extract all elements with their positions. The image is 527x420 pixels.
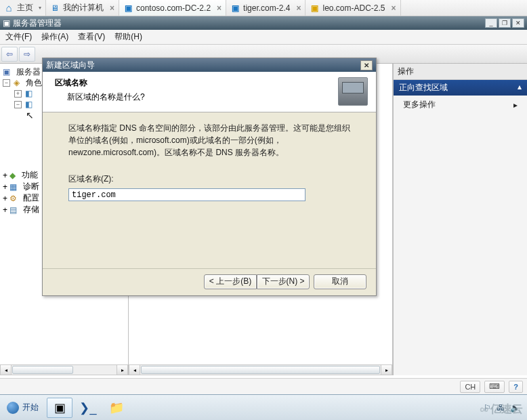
taskbar: 开始 ▣ ❯_ 📁 ⚐ 🖧 🔈 亿速云 <box>0 394 527 420</box>
actions-more[interactable]: 更多操作▸ <box>394 96 527 114</box>
tab-leo[interactable]: leo.com-ADC-2.5× <box>305 0 400 16</box>
forward-button[interactable]: ⇨ <box>19 47 35 62</box>
window-titlebar: 服务器管理器 _ ❐ ✕ <box>0 16 527 30</box>
wizard-body: 区域名称指定 DNS 命名空间的部分，该部分由此服务器管理。这可能是您组织单位的… <box>43 112 376 268</box>
menu-help[interactable]: 帮助(H) <box>114 31 142 43</box>
actions-pane: 操作 正向查找区域▴ 更多操作▸ <box>393 64 527 375</box>
zone-name-label: 区域名称(Z): <box>68 173 350 185</box>
close-icon[interactable]: × <box>110 3 114 13</box>
wizard-image <box>338 77 368 106</box>
taskbar-server-manager[interactable]: ▣ <box>47 398 72 418</box>
browser-tabs: 主页▾ 我的计算机× contoso.com-DC-2.2× tiger.com… <box>0 0 527 16</box>
tab-home[interactable]: 主页▾ <box>0 0 46 16</box>
wizard-description: 区域名称指定 DNS 命名空间的部分，该部分由此服务器管理。这可能是您组织单位的… <box>68 122 350 159</box>
status-bar: CH ⌨ ? <box>0 378 527 394</box>
wizard-footer: < 上一步(B) 下一步(N) > 取消 <box>43 268 376 295</box>
close-icon[interactable]: × <box>217 3 222 13</box>
start-orb-icon <box>7 402 19 414</box>
tab-label: 主页 <box>17 2 33 14</box>
menu-action[interactable]: 操作(A) <box>41 31 68 43</box>
wizard-title-text: 新建区域向导 <box>46 60 95 71</box>
ime-indicator[interactable]: CH <box>460 381 480 393</box>
menu-view[interactable]: 查看(V) <box>78 31 105 43</box>
minimize-button[interactable]: _ <box>485 18 497 28</box>
actions-zone-header: 正向查找区域▴ <box>394 80 527 96</box>
scroll-thumb[interactable] <box>12 366 73 374</box>
back-button[interactable]: ⇦ <box>1 47 18 62</box>
actions-header: 操作 <box>394 64 527 80</box>
help-icon[interactable]: ? <box>509 381 523 393</box>
server-icon <box>310 3 319 13</box>
cancel-button[interactable]: 取消 <box>314 274 366 289</box>
tab-label: contoso.com-DC-2.2 <box>136 3 211 13</box>
pc-icon <box>50 3 60 13</box>
tab-label: tiger.com-2.4 <box>243 3 290 13</box>
scrollbar-horizontal[interactable]: ◂ ▸ <box>0 364 128 375</box>
tab-mypc[interactable]: 我的计算机× <box>46 0 119 16</box>
maximize-button[interactable]: ❐ <box>499 18 511 28</box>
close-button[interactable]: ✕ <box>512 18 524 28</box>
ime-option-icon[interactable]: ⌨ <box>484 381 505 393</box>
scroll-right-arrow[interactable]: ▸ <box>381 365 392 375</box>
wizard-titlebar[interactable]: 新建区域向导 ✕ <box>43 58 376 72</box>
tab-contoso[interactable]: contoso.com-DC-2.2× <box>119 0 226 16</box>
menu-bar: 文件(F) 操作(A) 查看(V) 帮助(H) <box>0 30 527 45</box>
app-icon <box>3 18 13 28</box>
wizard-heading: 区域名称 <box>55 77 330 89</box>
tab-tiger[interactable]: tiger.com-2.4× <box>226 0 305 16</box>
watermark: 亿速云 <box>480 402 523 417</box>
wizard-header: 区域名称 新区域的名称是什么? <box>43 72 376 112</box>
window-title: 服务器管理器 <box>13 18 62 29</box>
wizard-close-button[interactable]: ✕ <box>360 60 373 70</box>
scrollbar-horizontal[interactable]: ◂ ▸ <box>129 364 392 375</box>
scroll-right-arrow[interactable]: ▸ <box>117 365 127 375</box>
home-icon <box>4 3 14 13</box>
new-zone-wizard: 新建区域向导 ✕ 区域名称 新区域的名称是什么? 区域名称指定 DNS 命名空间… <box>42 58 377 296</box>
server-icon <box>123 3 133 13</box>
taskbar-powershell[interactable]: ❯_ <box>75 398 101 418</box>
close-icon[interactable]: × <box>296 3 301 13</box>
start-button[interactable]: 开始 <box>0 395 45 420</box>
close-icon[interactable]: × <box>392 3 396 13</box>
scroll-left-arrow[interactable]: ◂ <box>1 365 12 375</box>
scroll-left-arrow[interactable]: ◂ <box>129 365 140 375</box>
wizard-subheading: 新区域的名称是什么? <box>67 91 330 103</box>
tab-label: 我的计算机 <box>63 2 104 14</box>
tab-label: leo.com-ADC-2.5 <box>322 3 385 13</box>
scroll-thumb[interactable] <box>141 366 380 374</box>
zone-name-input[interactable] <box>68 188 305 201</box>
back-button[interactable]: < 上一步(B) <box>204 274 257 289</box>
server-icon <box>230 3 240 13</box>
menu-file[interactable]: 文件(F) <box>5 31 32 43</box>
taskbar-explorer[interactable]: 📁 <box>104 398 129 418</box>
next-button[interactable]: 下一步(N) > <box>257 274 310 289</box>
